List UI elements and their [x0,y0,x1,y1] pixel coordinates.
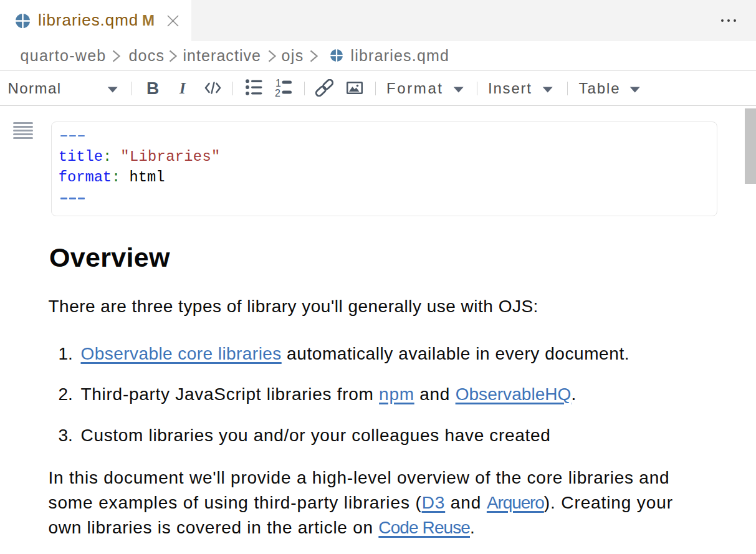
svg-text:2: 2 [275,88,280,97]
svg-text:1: 1 [275,79,281,88]
